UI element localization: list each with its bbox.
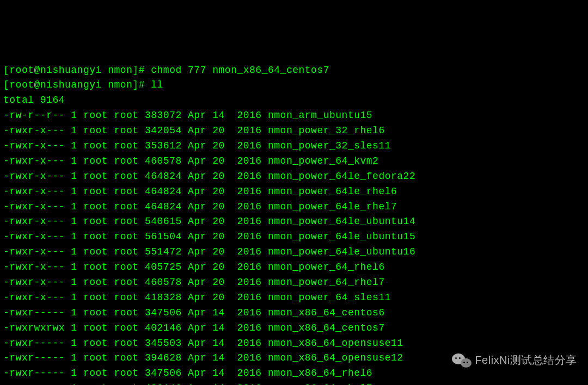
file-entry: -rwxr-x--- 1 root root 551472 Apr 20 201… — [3, 245, 585, 260]
file-entry: -rwxr-x--- 1 root root 353612 Apr 20 201… — [3, 139, 585, 154]
file-entry: -rwxr-x--- 1 root root 418328 Apr 20 201… — [3, 290, 585, 306]
file-entry: -rwxr-x--- 1 root root 561504 Apr 20 201… — [3, 229, 585, 245]
file-entry: -rwxr----- 1 root root 347506 Apr 14 201… — [3, 306, 585, 321]
file-entry: -rwxr-x--- 1 root root 464824 Apr 20 201… — [3, 184, 585, 200]
wechat-icon — [452, 352, 471, 369]
file-entry: -rwxr-x--- 1 root root 464824 Apr 20 201… — [3, 200, 585, 215]
file-entry: -rwxr-x--- 1 root root 342054 Apr 20 201… — [3, 123, 585, 139]
file-entry: -rw-r--r-- 1 root root 383072 Apr 14 201… — [3, 108, 585, 123]
command-line: [root@nishuangyi nmon]# chmod 777 nmon_x… — [3, 63, 585, 78]
total-line: total 9164 — [3, 93, 585, 108]
command-line: [root@nishuangyi nmon]# ll — [3, 78, 585, 93]
terminal-output[interactable]: [root@nishuangyi nmon]# chmod 777 nmon_x… — [3, 63, 585, 385]
file-entry: -rwxr-x--- 1 root root 460578 Apr 20 201… — [3, 154, 585, 169]
file-entry: -rwxr-x--- 1 root root 464824 Apr 20 201… — [3, 169, 585, 184]
watermark: FelixNi测试总结分享 — [452, 352, 577, 369]
file-entry: -rwxrwxrwx 1 root root 402146 Apr 14 201… — [3, 321, 585, 336]
file-entry: -rwxr-x--- 1 root root 540615 Apr 20 201… — [3, 214, 585, 229]
file-entry: -rwxr-x--- 1 root root 405725 Apr 20 201… — [3, 260, 585, 275]
file-entry: -rwxr----- 1 root root 345503 Apr 14 201… — [3, 336, 585, 351]
watermark-text: FelixNi测试总结分享 — [475, 352, 577, 369]
file-entry: -rwxr-x--- 1 root root 460578 Apr 20 201… — [3, 275, 585, 290]
